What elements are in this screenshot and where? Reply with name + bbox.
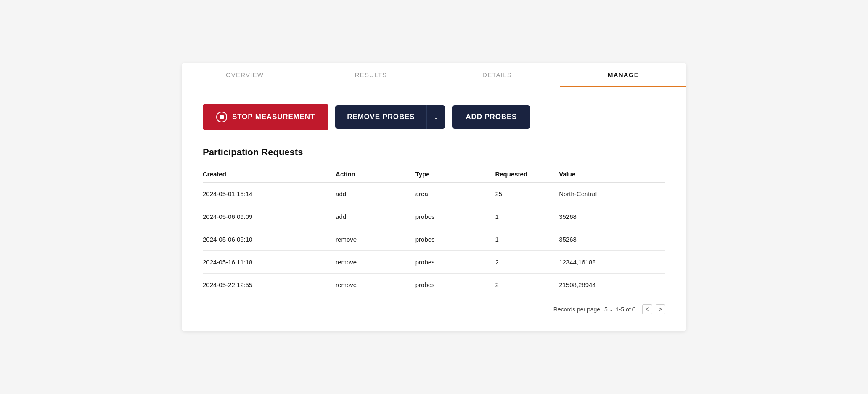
column-header-type: Type bbox=[415, 170, 495, 178]
remove-probes-group: REMOVE PROBES ⌄ bbox=[335, 105, 445, 129]
table-cell: probes bbox=[415, 213, 495, 220]
chevron-down-icon: ⌄ bbox=[434, 114, 439, 120]
table-row: 2024-05-01 15:14addarea25North-Central bbox=[203, 183, 665, 205]
participation-requests-table: Created Action Type Requested Value 2024… bbox=[203, 166, 665, 296]
pagination-navigation: < > bbox=[642, 304, 665, 314]
stop-measurement-button[interactable]: STOP MEASUREMENT bbox=[203, 104, 328, 130]
action-buttons-row: STOP MEASUREMENT REMOVE PROBES ⌄ ADD PRO… bbox=[203, 104, 665, 130]
table-cell: 2024-05-01 15:14 bbox=[203, 190, 336, 197]
table-cell: 35268 bbox=[559, 236, 665, 243]
table-cell: 2024-05-06 09:09 bbox=[203, 213, 336, 220]
tab-results[interactable]: RESULTS bbox=[308, 63, 434, 87]
stop-icon-inner bbox=[220, 115, 224, 119]
table-cell: probes bbox=[415, 236, 495, 243]
table-cell: remove bbox=[336, 281, 415, 288]
table-cell: 12344,16188 bbox=[559, 258, 665, 266]
table-row: 2024-05-06 09:09addprobes135268 bbox=[203, 205, 665, 228]
table-cell: remove bbox=[336, 258, 415, 266]
pagination-prev-button[interactable]: < bbox=[642, 304, 652, 314]
table-cell: 2 bbox=[495, 258, 559, 266]
table-cell: 35268 bbox=[559, 213, 665, 220]
per-page-chevron-icon: ⌄ bbox=[609, 307, 613, 312]
remove-probes-dropdown-button[interactable]: ⌄ bbox=[426, 105, 445, 129]
pagination-next-button[interactable]: > bbox=[656, 304, 665, 314]
table-cell: probes bbox=[415, 281, 495, 288]
pagination-records-per-page: Records per page: 5 ⌄ 1-5 of 6 bbox=[553, 306, 635, 313]
per-page-value: 5 bbox=[604, 306, 608, 313]
table-cell: 1 bbox=[495, 236, 559, 243]
column-header-value: Value bbox=[559, 170, 665, 178]
column-header-requested: Requested bbox=[495, 170, 559, 178]
table-row: 2024-05-16 11:18removeprobes212344,16188 bbox=[203, 251, 665, 274]
per-page-selector[interactable]: 5 ⌄ bbox=[604, 306, 613, 313]
table-body: 2024-05-01 15:14addarea25North-Central20… bbox=[203, 183, 665, 296]
remove-probes-button[interactable]: REMOVE PROBES bbox=[335, 105, 426, 129]
table-cell: North-Central bbox=[559, 190, 665, 197]
app-container: OVERVIEW RESULTS DETAILS MANAGE STOP MEA… bbox=[182, 63, 686, 331]
main-content: STOP MEASUREMENT REMOVE PROBES ⌄ ADD PRO… bbox=[182, 87, 686, 331]
pagination: Records per page: 5 ⌄ 1-5 of 6 < > bbox=[203, 296, 665, 314]
add-probes-button[interactable]: ADD PROBES bbox=[452, 105, 530, 129]
section-title: Participation Requests bbox=[203, 147, 665, 158]
tab-details[interactable]: DETAILS bbox=[434, 63, 560, 87]
table-cell: 2024-05-16 11:18 bbox=[203, 258, 336, 266]
table-cell: probes bbox=[415, 258, 495, 266]
table-cell: add bbox=[336, 190, 415, 197]
table-cell: 25 bbox=[495, 190, 559, 197]
tab-manage[interactable]: MANAGE bbox=[560, 63, 686, 87]
table-cell: remove bbox=[336, 236, 415, 243]
pagination-range: 1-5 of 6 bbox=[616, 306, 635, 313]
table-cell: 2 bbox=[495, 281, 559, 288]
table-cell: add bbox=[336, 213, 415, 220]
table-cell: 21508,28944 bbox=[559, 281, 665, 288]
column-header-created: Created bbox=[203, 170, 336, 178]
table-row: 2024-05-22 12:55removeprobes221508,28944 bbox=[203, 274, 665, 296]
tabs-bar: OVERVIEW RESULTS DETAILS MANAGE bbox=[182, 63, 686, 87]
table-cell: 1 bbox=[495, 213, 559, 220]
table-cell: 2024-05-22 12:55 bbox=[203, 281, 336, 288]
table-row: 2024-05-06 09:10removeprobes135268 bbox=[203, 228, 665, 251]
records-per-page-label: Records per page: bbox=[553, 306, 602, 313]
stop-icon bbox=[216, 112, 227, 122]
tab-overview[interactable]: OVERVIEW bbox=[182, 63, 308, 87]
table-cell: 2024-05-06 09:10 bbox=[203, 236, 336, 243]
table-cell: area bbox=[415, 190, 495, 197]
table-header: Created Action Type Requested Value bbox=[203, 166, 665, 183]
column-header-action: Action bbox=[336, 170, 415, 178]
